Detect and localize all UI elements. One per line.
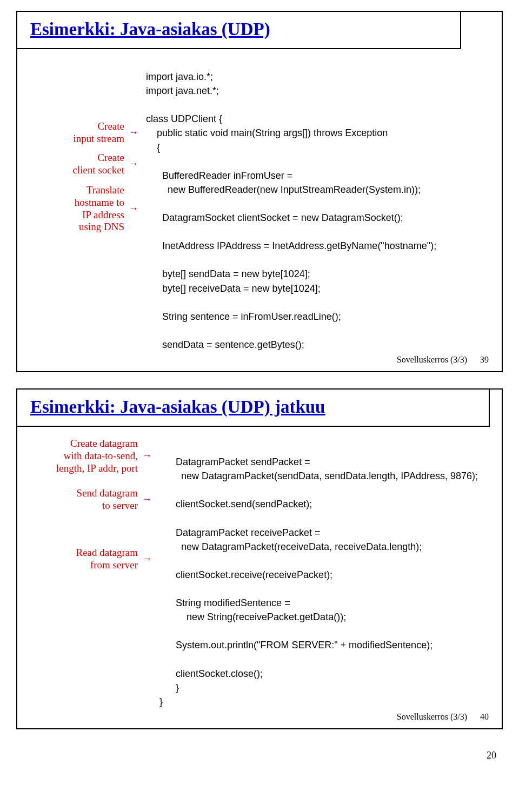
label-text: Create datagram with data-to-send, lengt… (56, 438, 138, 474)
title-box: Esimerkki: Java-asiakas (UDP) (17, 12, 461, 49)
arrow-icon: Create input stream (74, 120, 136, 145)
code-line: { (146, 142, 160, 153)
label-read-datagram: Read datagram from server (76, 547, 150, 572)
label-create-datagram: Create datagram with data-to-send, lengt… (56, 438, 150, 474)
slide-content: Create input stream Create client socket… (17, 49, 502, 371)
document-page-number: 20 (0, 746, 519, 774)
arrow-icon: Send datagram to server (77, 487, 150, 512)
label-send-datagram: Send datagram to server (77, 487, 150, 512)
footer-page: 39 (480, 355, 489, 364)
arrow-icon: Create datagram with data-to-send, lengt… (56, 438, 150, 474)
label-text: Translate hostname to IP address using D… (75, 184, 124, 232)
code-line: DatagramPacket sendPacket = (159, 457, 310, 467)
arrow-icon: Create client socket (73, 152, 137, 177)
label-create-client-socket: Create client socket (73, 152, 137, 177)
code-line: new DatagramPacket(receiveData, receiveD… (159, 541, 422, 552)
code-line: byte[] sendData = new byte[1024]; (146, 269, 310, 279)
code-line: DatagramPacket receivePacket = (159, 527, 321, 538)
label-text: Send datagram to server (77, 487, 138, 511)
slide-1: Esimerkki: Java-asiakas (UDP) Create inp… (16, 11, 503, 372)
slide-2: Esimerkki: Java-asiakas (UDP) jatkuu Cre… (16, 388, 503, 729)
arrow-icon: Read datagram from server (76, 547, 150, 572)
footer-page: 40 (480, 712, 489, 721)
code-line: } (159, 682, 179, 693)
code-line: clientSocket.close(); (159, 668, 263, 679)
footer-label: Sovelluskerros (3/3) (397, 355, 467, 364)
label-create-input-stream: Create input stream (74, 120, 136, 145)
title-box: Esimerkki: Java-asiakas (UDP) jatkuu (17, 390, 490, 427)
footer-label: Sovelluskerros (3/3) (397, 712, 467, 721)
arrow-icon: Translate hostname to IP address using D… (75, 184, 136, 233)
code-line: System.out.println("FROM SERVER:" + modi… (159, 640, 432, 650)
code-line: clientSocket.receive(receivePacket); (159, 569, 332, 580)
code-line: sendData = sentence.getBytes(); (146, 339, 304, 350)
code-line: BufferedReader inFromUser = (146, 170, 292, 181)
code-line: clientSocket.send(sendPacket); (159, 499, 312, 509)
label-translate-hostname: Translate hostname to IP address using D… (75, 184, 136, 233)
slide-title: Esimerkki: Java-asiakas (UDP) jatkuu (30, 397, 476, 417)
slide-footer: Sovelluskerros (3/3) 39 (397, 355, 489, 365)
code-block: DatagramPacket sendPacket = new Datagram… (150, 441, 478, 723)
slide-content: Create datagram with data-to-send, lengt… (17, 427, 502, 728)
label-text: Create client socket (73, 152, 125, 176)
slide-footer: Sovelluskerros (3/3) 40 (397, 712, 489, 722)
code-line: String modifiedSentence = (159, 598, 290, 608)
code-line: new BufferedReader(new InputStreamReader… (146, 184, 421, 195)
code-line: } (159, 696, 163, 707)
label-text: Create input stream (74, 120, 124, 144)
code-line: byte[] receiveData = new byte[1024]; (146, 283, 321, 294)
code-line: String sentence = inFromUser.readLine(); (146, 311, 341, 322)
code-line: public static void main(String args[]) t… (146, 127, 388, 138)
code-block: import java.io.*; import java.net.*; cla… (136, 56, 436, 366)
left-annotations: Create input stream Create client socket… (28, 56, 136, 366)
code-line: new String(receivePacket.getData()); (159, 612, 346, 622)
slide-title: Esimerkki: Java-asiakas (UDP) (30, 19, 447, 39)
code-line: import java.net.*; (146, 85, 219, 96)
code-line: DatagramSocket clientSocket = new Datagr… (146, 212, 403, 223)
code-line: new DatagramPacket(sendData, sendData.le… (159, 471, 478, 481)
label-text: Read datagram from server (76, 547, 138, 571)
left-annotations: Create datagram with data-to-send, lengt… (28, 441, 150, 723)
code-line: class UDPClient { (146, 113, 222, 124)
code-line: InetAddress IPAddress = InetAddress.getB… (146, 240, 436, 251)
code-line: import java.io.*; (146, 71, 213, 82)
